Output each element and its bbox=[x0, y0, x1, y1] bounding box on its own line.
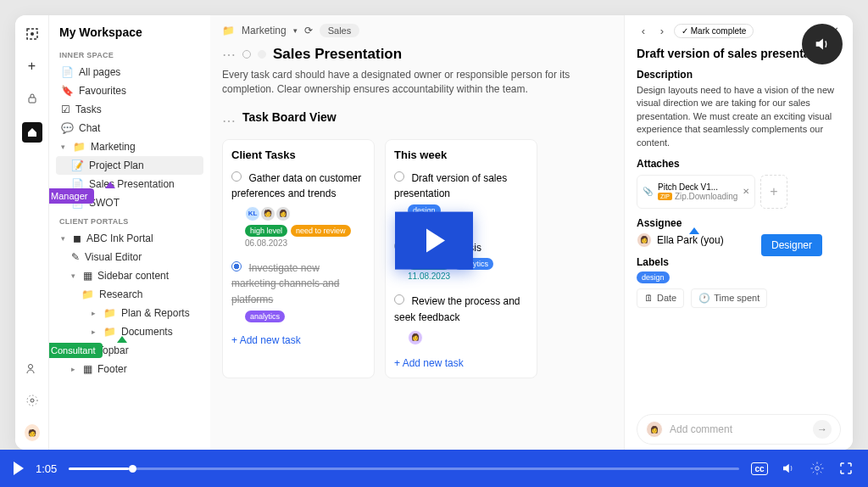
avatar[interactable]: 👩 bbox=[275, 206, 291, 221]
role-badge-designer: Designer bbox=[761, 234, 822, 256]
task-avatars: KL 🧑 👩 bbox=[245, 206, 365, 221]
task-date: 11.08.2023 bbox=[408, 271, 528, 281]
back-icon[interactable]: ‹ bbox=[637, 25, 650, 38]
volume-button[interactable] bbox=[780, 460, 797, 477]
zip-badge: ZIP bbox=[658, 193, 672, 200]
play-button[interactable] bbox=[395, 212, 473, 270]
timespent-button[interactable]: 🕐Time spent bbox=[691, 288, 767, 308]
sidebar-item-chat[interactable]: 💬Chat bbox=[56, 119, 203, 137]
cursor-manager-icon bbox=[105, 182, 115, 188]
sidebar-item-planreports[interactable]: ▸📁Plan & Reports bbox=[56, 304, 203, 322]
sidebar-item-allpages[interactable]: 📄All pages bbox=[56, 63, 203, 81]
sidebar-item-visualed[interactable]: ✎Visual Editor bbox=[56, 248, 203, 266]
add-task-button[interactable]: + Add new task bbox=[394, 357, 528, 369]
breadcrumb-chip[interactable]: Sales bbox=[320, 24, 360, 37]
sidebar-item-favourites[interactable]: 🔖Favourites bbox=[56, 81, 203, 100]
avatar[interactable]: 👩 bbox=[408, 330, 423, 345]
chevron-down-icon[interactable]: ▾ bbox=[293, 26, 298, 35]
sidebar-item-research[interactable]: 📁Research bbox=[56, 285, 203, 304]
task-label[interactable]: analytics bbox=[245, 311, 285, 322]
sidebar-item-documents[interactable]: ▸📁Documents bbox=[56, 322, 203, 341]
controls-play-button[interactable] bbox=[14, 462, 24, 475]
avatar: 👩 bbox=[646, 421, 663, 438]
more-icon[interactable]: ⋯ bbox=[222, 47, 236, 63]
task-label[interactable]: high level bbox=[245, 225, 287, 237]
avatar-icon[interactable]: 🧑 bbox=[24, 424, 41, 441]
breadcrumb-folder[interactable]: Marketing bbox=[242, 25, 287, 36]
home-icon[interactable] bbox=[22, 122, 42, 143]
fullscreen-button[interactable] bbox=[837, 460, 854, 477]
portal-icon: ◼ bbox=[73, 232, 81, 244]
assignee-label: Assignee bbox=[637, 217, 841, 229]
avatar: 👩 bbox=[637, 232, 652, 248]
desc-label: Description bbox=[637, 69, 841, 81]
status-dot-icon bbox=[258, 50, 266, 59]
task-checkbox[interactable] bbox=[394, 171, 404, 182]
more-icon[interactable]: ⋯ bbox=[222, 113, 236, 129]
comment-input[interactable]: 👩 Add comment → bbox=[637, 414, 841, 445]
sidebar-item-tasks[interactable]: ☑Tasks bbox=[56, 100, 203, 119]
sidebar: My Workspace INNER SPACE 📄All pages 🔖Fav… bbox=[49, 15, 210, 450]
board-title: Task Board View bbox=[242, 110, 337, 124]
bookmark-icon: 🔖 bbox=[61, 85, 74, 97]
lock-icon[interactable] bbox=[24, 90, 41, 107]
chevron-down-icon: ▾ bbox=[61, 234, 68, 243]
file-icon: 📎 bbox=[643, 187, 653, 196]
folder-icon: 📁 bbox=[73, 141, 86, 153]
task-checkbox[interactable] bbox=[394, 294, 404, 305]
chevron-down-icon: ▾ bbox=[71, 271, 78, 280]
current-time: 1:05 bbox=[36, 462, 57, 475]
captions-button[interactable]: cc bbox=[751, 460, 768, 477]
column-title: This week bbox=[394, 148, 528, 161]
plus-icon[interactable]: + bbox=[24, 58, 41, 75]
chat-icon: 💬 bbox=[61, 122, 74, 134]
sidebar-item-marketing[interactable]: ▾📁Marketing bbox=[56, 137, 203, 156]
refresh-icon[interactable]: ⟳ bbox=[304, 25, 313, 36]
task-label[interactable]: need to review bbox=[291, 225, 351, 237]
section-client: CLIENT PORTALS bbox=[56, 212, 203, 229]
users-icon[interactable] bbox=[24, 360, 41, 377]
send-icon[interactable]: → bbox=[813, 420, 832, 439]
cursor-consultant-icon bbox=[117, 336, 127, 343]
attachment-card[interactable]: 📎 Pitch Deck V1... ZIPZip.Downloading ✕ bbox=[637, 175, 755, 209]
workspace-title: My Workspace bbox=[56, 25, 203, 39]
task-label[interactable]: design bbox=[637, 271, 670, 283]
mark-complete-button[interactable]: ✓ Mark complete bbox=[674, 24, 754, 38]
pencil-icon: ✎ bbox=[71, 251, 80, 263]
avatar[interactable]: KL bbox=[245, 206, 260, 221]
doc-icon: 📝 bbox=[71, 160, 84, 171]
task-date: 06.08.2023 bbox=[245, 238, 365, 248]
clock-icon: 🕐 bbox=[698, 293, 710, 304]
settings-icon[interactable] bbox=[24, 392, 41, 409]
add-attachment-button[interactable]: + bbox=[760, 175, 787, 209]
pages-icon: 📄 bbox=[61, 66, 74, 78]
task-card[interactable]: Investigate new marketing channels and p… bbox=[231, 260, 365, 322]
status-dot-icon bbox=[242, 50, 251, 59]
task-checkbox[interactable] bbox=[231, 261, 242, 271]
task-checkbox[interactable] bbox=[231, 171, 242, 182]
settings-button[interactable] bbox=[809, 460, 826, 477]
task-text: Gather data on customer preferences and … bbox=[231, 172, 361, 200]
svg-point-3 bbox=[28, 365, 32, 369]
sidebar-item-projectplan[interactable]: 📝Project Plan bbox=[56, 156, 203, 175]
sidebar-item-abcink[interactable]: ▾◼ABC Ink Portal bbox=[56, 229, 203, 248]
forward-icon[interactable]: › bbox=[655, 25, 669, 38]
detail-description: Design layouts need to have a vision of … bbox=[637, 84, 841, 149]
svg-point-4 bbox=[31, 399, 34, 402]
sidebar-item-footer[interactable]: ▸▦Footer bbox=[56, 360, 203, 378]
add-task-button[interactable]: + Add new task bbox=[231, 334, 365, 346]
speaker-fab[interactable] bbox=[802, 24, 843, 64]
task-text: Draft version of sales presentation bbox=[394, 172, 507, 200]
progress-track[interactable] bbox=[69, 467, 739, 470]
page-title: Sales Presentation bbox=[273, 46, 402, 63]
task-card[interactable]: Review the process and seek feedback 👩 bbox=[394, 293, 528, 344]
date-button[interactable]: 🗓Date bbox=[637, 288, 684, 308]
chevron-right-icon: ▸ bbox=[71, 365, 78, 373]
sidebar-item-sidebarcontent[interactable]: ▾▦Sidebar content bbox=[56, 266, 203, 285]
remove-attach-icon[interactable]: ✕ bbox=[743, 187, 749, 196]
task-text: Review the process and seek feedback bbox=[394, 295, 520, 323]
avatar[interactable]: 🧑 bbox=[260, 206, 275, 221]
svg-point-6 bbox=[815, 467, 820, 471]
task-card[interactable]: Gather data on customer preferences and … bbox=[231, 170, 365, 248]
logo-icon[interactable] bbox=[24, 25, 41, 42]
